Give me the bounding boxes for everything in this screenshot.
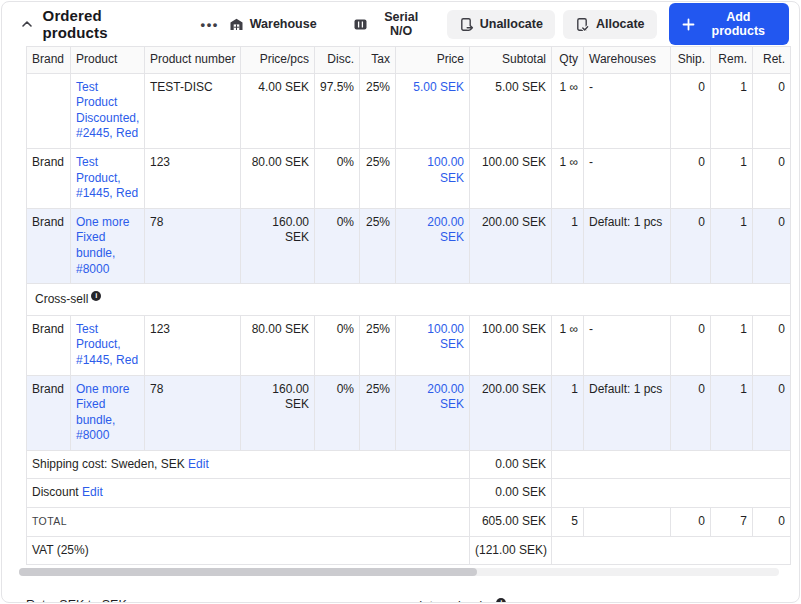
column-header-ship: Ship. [671,47,711,74]
allocate-icon [575,17,590,32]
rate-label: Rate, SEK to SEK [26,598,419,603]
column-header-qty: Qty [552,47,584,74]
panel-header: Ordered products ••• Warehouse Serial N/… [2,2,799,46]
horizontal-scrollbar-thumb[interactable] [19,568,477,576]
price-link[interactable]: 5.00 SEK [413,80,464,94]
shipping-edit-link[interactable]: Edit [188,457,209,471]
panel-footer: Rate, SEK to SEK 1.00000 Change rate Int… [2,576,799,603]
add-products-button[interactable]: Add products [669,3,789,45]
unallocate-button[interactable]: Unallocate [447,10,555,39]
rem-cell: 1 [711,148,753,208]
total-rem: 7 [711,508,753,537]
qty-cell: 1 [552,375,584,450]
total-qty: 5 [552,508,584,537]
vat-value: (121.00 SEK) [470,536,552,565]
products-table: BrandProductProduct numberPrice/pcsDisc.… [26,46,791,565]
discount-value: 0.00 SEK [470,479,552,508]
price-link[interactable]: 200.00 SEK [427,382,464,412]
product-link[interactable]: Test Product, #1445, Red [76,155,138,200]
warehouses-cell: - [584,315,671,375]
collapse-chevron-button[interactable] [16,13,38,35]
shipping-cost-row: Shipping cost: Sweden, SEK Edit 0.00 SEK [27,450,791,479]
ordered-products-panel: Ordered products ••• Warehouse Serial N/… [1,1,800,603]
warehouses-cell: - [584,148,671,208]
discount-cell: 0% [315,208,360,283]
subtotal-cell: 5.00 SEK [470,73,552,148]
brand-cell: Brand [27,208,71,283]
table-row: Brand Test Product, #1445, Red 123 80.00… [27,148,791,208]
total-value: 605.00 SEK [470,508,552,537]
price-pcs-cell: 80.00 SEK [241,148,315,208]
table-row: Brand One more Fixed bundle, #8000 78 16… [27,375,791,450]
shipping-cost-label: Shipping cost: Sweden, SEK [32,457,185,471]
tax-cell: 25% [360,375,396,450]
product-cell: One more Fixed bundle, #8000 [71,375,145,450]
warehouses-cell: Default: 1 pcs [584,208,671,283]
serial-number-icon [353,17,368,32]
allocate-button-label: Allocate [596,17,645,31]
price-cell: 200.00 SEK [396,208,470,283]
price-cell: 100.00 SEK [396,148,470,208]
vat-label: VAT (25%) [32,543,89,557]
rem-cell: 1 [711,375,753,450]
price-link[interactable]: 100.00 SEK [427,322,464,352]
column-header-price: Price [396,47,470,74]
table-row: Test Product Discounted, #2445, Red TEST… [27,73,791,148]
subtotal-cell: 200.00 SEK [470,208,552,283]
vat-row: VAT (25%) (121.00 SEK) [27,536,791,565]
discount-cell: 0% [315,375,360,450]
total-ret: 0 [753,508,791,537]
price-cell: 5.00 SEK [396,73,470,148]
info-icon: i [91,291,101,301]
unallocate-button-label: Unallocate [480,17,543,31]
column-header-product-number: Product number [145,47,241,74]
tax-cell: 25% [360,315,396,375]
total-row: TOTAL 605.00 SEK 5 0 7 0 [27,508,791,537]
product-link[interactable]: Test Product Discounted, #2445, Red [76,80,139,141]
product-link[interactable]: One more Fixed bundle, #8000 [76,382,129,443]
chevron-up-icon [20,17,34,31]
brand-cell [27,73,71,148]
product-cell: Test Product, #1445, Red [71,315,145,375]
warehouse-button[interactable]: Warehouse [219,11,327,38]
product-number-cell: TEST-DISC [145,73,241,148]
subtotal-cell: 100.00 SEK [470,315,552,375]
serial-no-button-label: Serial N/O [374,10,429,38]
unallocate-icon [459,17,474,32]
ship-cell: 0 [671,315,711,375]
ret-cell: 0 [753,73,791,148]
warehouses-cell: - [584,73,671,148]
product-number-cell: 78 [145,208,241,283]
qty-cell: 1 ∞ [552,315,584,375]
column-header-warehouses: Warehouses [584,47,671,74]
column-header-subtotal: Subtotal [470,47,552,74]
price-link[interactable]: 200.00 SEK [427,215,464,245]
info-icon: i [496,598,506,603]
warehouse-button-label: Warehouse [250,17,317,31]
subtotal-cell: 100.00 SEK [470,148,552,208]
discount-edit-link[interactable]: Edit [82,485,103,499]
product-cell: One more Fixed bundle, #8000 [71,208,145,283]
ret-cell: 0 [753,208,791,283]
tax-cell: 25% [360,148,396,208]
ship-cell: 0 [671,148,711,208]
rem-cell: 1 [711,208,753,283]
allocate-button[interactable]: Allocate [563,10,657,39]
column-header-brand: Brand [27,47,71,74]
serial-no-button[interactable]: Serial N/O [343,4,439,44]
more-options-button[interactable]: ••• [201,17,219,32]
discount-cell: 0% [315,315,360,375]
table-row: Brand Test Product, #1445, Red 123 80.00… [27,315,791,375]
product-link[interactable]: Test Product, #1445, Red [76,322,138,367]
cross-sell-label: Cross-sell [35,292,88,306]
price-link[interactable]: 100.00 SEK [427,155,464,185]
product-cell: Test Product Discounted, #2445, Red [71,73,145,148]
qty-cell: 1 ∞ [552,148,584,208]
product-link[interactable]: One more Fixed bundle, #8000 [76,215,129,276]
price-pcs-cell: 4.00 SEK [241,73,315,148]
product-number-cell: 123 [145,315,241,375]
ship-cell: 0 [671,73,711,148]
price-pcs-cell: 160.00 SEK [241,375,315,450]
qty-cell: 1 ∞ [552,73,584,148]
brand-cell: Brand [27,148,71,208]
